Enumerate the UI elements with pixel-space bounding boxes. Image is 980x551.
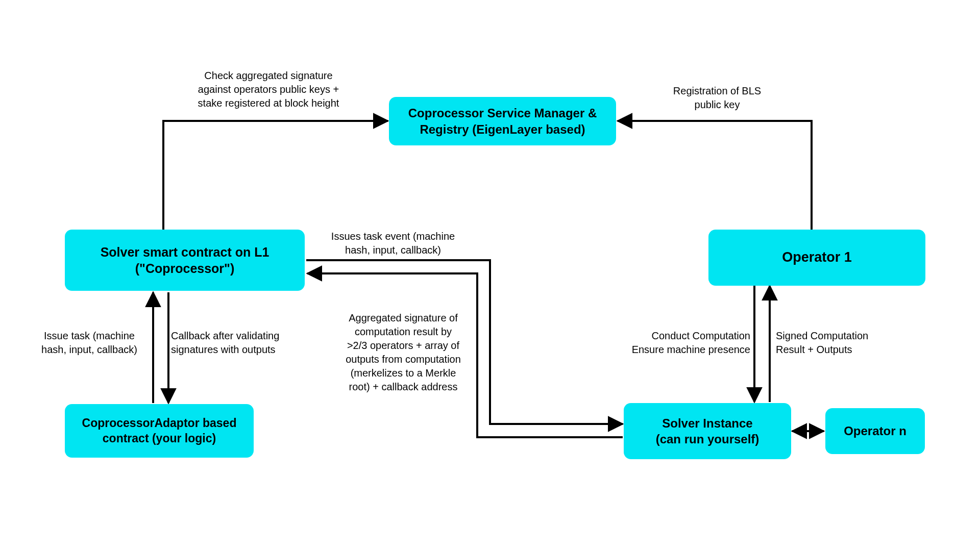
label-callback-validate: Callback after validating signatures wit… [171,329,304,357]
label-reg-bls: Registration of BLS public key [653,84,781,112]
label-conduct-comp: Conduct Computation Ensure machine prese… [618,329,750,357]
service-manager-line1: Coprocessor Service Manager & [408,106,597,120]
solver-instance-line1: Solver Instance [662,416,752,430]
node-solver-instance: Solver Instance (can run yourself) [624,403,791,459]
node-adaptor-contract: CoprocessorAdaptor based contract (your … [65,404,254,458]
label-issue-task: Issue task (machine hash, input, callbac… [31,329,148,357]
label-agg-sig: Aggregated signature of computation resu… [332,311,475,394]
operator-n-text: Operator n [844,423,906,439]
node-service-manager: Coprocessor Service Manager & Registry (… [389,97,616,145]
label-signed-result: Signed Computation Result + Outputs [776,329,898,357]
solver-contract-line1: Solver smart contract on L1 [101,245,270,259]
adaptor-line1: CoprocessorAdaptor based [82,416,237,430]
solver-instance-line2: (can run yourself) [656,432,760,446]
solver-contract-line2: ("Coprocessor") [135,261,235,276]
label-issue-task-event: Issues task event (machine hash, input, … [316,230,470,257]
label-check-sig: Check aggregated signature against opera… [182,69,355,110]
node-solver-contract: Solver smart contract on L1 ("Coprocesso… [65,230,305,291]
node-operator1: Operator 1 [708,230,925,286]
service-manager-line2: Registry (EigenLayer based) [420,122,585,136]
node-operator-n: Operator n [825,408,925,454]
adaptor-line2: contract (your logic) [103,432,216,445]
operator1-text: Operator 1 [782,248,852,266]
